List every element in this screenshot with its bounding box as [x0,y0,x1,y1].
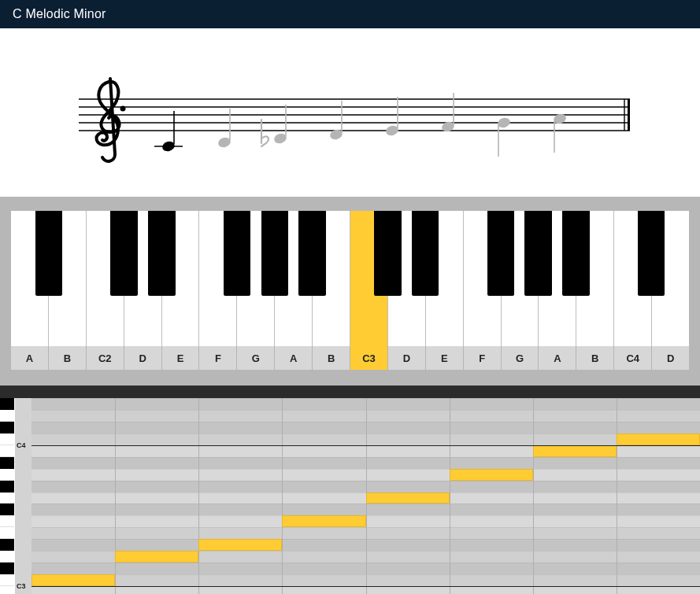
key-label: A [539,346,576,370]
piano-roll-gutter: C4C3 [0,398,31,594]
black-key[interactable] [412,211,439,296]
staff-svg [79,68,630,186]
piano-roll-mini-keys [0,398,14,594]
key-label: D [388,346,426,370]
title-text: C Melodic Minor [13,7,106,21]
black-key[interactable] [148,211,175,296]
octave-label: C3 [17,582,26,590]
svg-point-7 [120,106,126,112]
roll-note[interactable] [617,434,700,445]
key-label: D [124,346,162,370]
key-label: F [464,346,502,370]
keyboard-area: ABC2DEFGABC3DEFGABC4D [0,197,700,386]
roll-note[interactable] [282,515,365,527]
black-key[interactable] [298,211,325,296]
key-label: F [199,346,237,370]
key-label: G [502,346,539,370]
black-key[interactable] [110,211,137,296]
key-label: B [49,346,87,370]
piano-keyboard[interactable] [11,211,689,346]
notation-area [0,28,700,197]
roll-note[interactable] [115,551,198,563]
key-label: C2 [87,346,124,370]
key-label: B [313,346,350,370]
black-key[interactable] [562,211,589,296]
piano-roll-octave-labels: C4C3 [15,398,31,594]
keyboard-labels: ABC2DEFGABC3DEFGABC4D [11,346,689,370]
key-label: A [11,346,49,370]
note-b4[interactable] [497,116,512,157]
divider-bar [0,386,700,398]
key-label: B [576,346,614,370]
treble-clef-icon [97,79,126,161]
roll-note[interactable] [366,493,450,504]
black-key[interactable] [487,211,514,296]
title-bar: C Melodic Minor [0,0,700,28]
black-key[interactable] [524,211,551,296]
roll-note[interactable] [533,445,617,457]
key-label: E [426,346,464,370]
key-label: D [652,346,689,370]
page: C Melodic Minor [0,0,700,594]
key-label: A [275,346,313,370]
black-key[interactable] [224,211,250,296]
piano-roll-grid[interactable] [31,398,700,594]
piano-roll[interactable]: C4C3 [0,398,700,594]
key-label: C3 [350,346,388,370]
roll-note[interactable] [198,539,282,551]
key-label: C4 [614,346,652,370]
octave-label: C4 [17,441,26,449]
black-key[interactable] [261,211,288,296]
key-label: G [237,346,275,370]
note-c4[interactable] [161,111,176,153]
roll-note[interactable] [450,469,533,481]
note-eb4[interactable] [273,105,288,145]
black-key[interactable] [374,211,401,296]
roll-note[interactable] [31,574,115,586]
black-key[interactable] [638,211,665,296]
key-label: E [162,346,200,370]
note-g4[interactable] [385,97,400,137]
black-key[interactable] [35,211,62,296]
note-c5[interactable] [553,113,568,153]
flat-accidental-icon [261,120,269,146]
